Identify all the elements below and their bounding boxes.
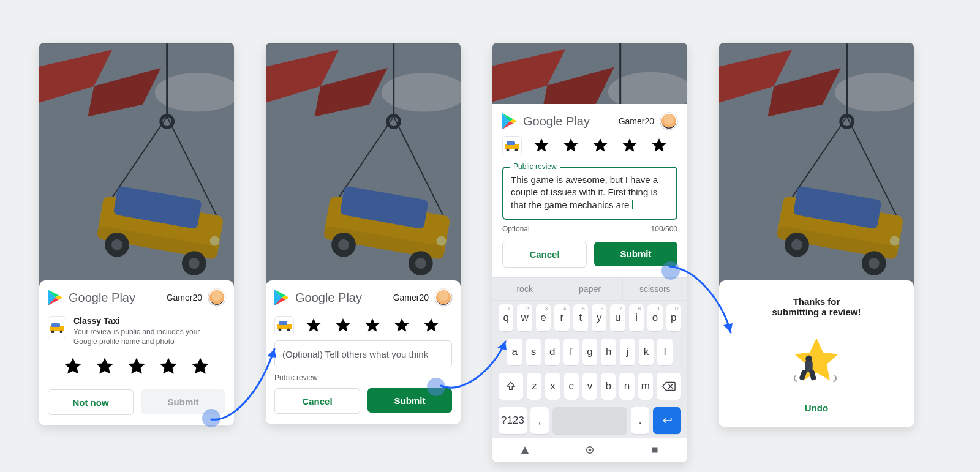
username: Gamer20 <box>167 293 202 302</box>
rating-stars <box>39 349 234 383</box>
key-n[interactable]: n <box>619 373 634 400</box>
google-play-wordmark: Google Play <box>295 291 362 305</box>
period-key[interactable]: . <box>631 407 649 434</box>
nav-back-icon[interactable] <box>519 444 530 455</box>
star-4[interactable] <box>158 356 179 377</box>
game-background <box>39 43 234 288</box>
key-s[interactable]: s <box>526 339 541 365</box>
key-t[interactable]: t5 <box>573 304 588 331</box>
submit-button[interactable]: Submit <box>368 388 452 413</box>
star-5[interactable] <box>423 317 440 334</box>
comma-key[interactable]: , <box>530 407 549 434</box>
star-3[interactable] <box>364 317 381 334</box>
review-disclaimer: Your review is public and includes your … <box>74 327 225 347</box>
char-counter: 100/500 <box>651 225 677 233</box>
star-4[interactable] <box>393 317 410 334</box>
svg-rect-32 <box>652 447 658 452</box>
game-background <box>719 43 914 288</box>
avatar[interactable] <box>435 289 452 306</box>
key-b[interactable]: b <box>601 373 616 400</box>
shift-key[interactable] <box>499 373 523 400</box>
key-row-4: ?123 , . <box>492 403 687 438</box>
star-2[interactable] <box>94 356 115 377</box>
screen-2-write-review: Google Play Gamer20 (Optional) T <box>266 43 461 424</box>
star-5[interactable] <box>650 137 668 154</box>
symbols-key[interactable]: ?123 <box>499 407 527 434</box>
google-play-icon <box>48 290 62 305</box>
screen-3-typing-review: Google Play Gamer20 Public revie <box>492 43 687 462</box>
submit-button: Submit <box>141 389 225 414</box>
sheet-header: Google Play Gamer20 <box>39 280 234 312</box>
star-1[interactable] <box>62 356 83 377</box>
key-q[interactable]: q1 <box>499 304 513 331</box>
key-m[interactable]: m <box>638 373 653 400</box>
cancel-button[interactable]: Cancel <box>502 242 587 268</box>
key-p[interactable]: p0 <box>666 304 681 331</box>
key-a[interactable]: a <box>507 339 522 365</box>
rating-stars <box>305 317 440 334</box>
star-2[interactable] <box>334 317 352 334</box>
key-c[interactable]: c <box>564 373 579 400</box>
google-play-wordmark: Google Play <box>69 291 135 305</box>
star-5[interactable] <box>190 356 211 377</box>
undo-button[interactable]: Undo <box>719 394 914 427</box>
username: Gamer20 <box>393 293 429 302</box>
key-j[interactable]: j <box>620 339 635 365</box>
key-u[interactable]: u7 <box>610 304 625 331</box>
star-3[interactable] <box>126 356 147 377</box>
key-h[interactable]: h <box>601 339 616 365</box>
rating-stars <box>533 137 668 154</box>
star-2[interactable] <box>562 137 579 154</box>
key-y[interactable]: y6 <box>592 304 606 331</box>
screen-1-initial-prompt: Google Play Gamer20 Classy Taxi Your rev… <box>39 43 234 425</box>
game-background <box>492 43 687 104</box>
space-key[interactable] <box>552 407 627 434</box>
key-e[interactable]: e3 <box>536 304 551 331</box>
enter-key[interactable] <box>653 407 681 434</box>
star-3[interactable] <box>592 137 609 154</box>
app-name: Classy Taxi <box>74 316 225 326</box>
google-play-wordmark: Google Play <box>523 114 590 129</box>
submit-button[interactable]: Submit <box>594 242 677 266</box>
key-l[interactable]: l <box>657 339 673 365</box>
rating-stars-row <box>502 130 677 159</box>
star-1[interactable] <box>305 317 322 334</box>
suggestion-2[interactable]: paper <box>557 278 622 300</box>
helper-optional: Optional <box>502 225 530 233</box>
key-x[interactable]: x <box>545 373 560 400</box>
review-input[interactable]: (Optional) Tell others what you think <box>274 340 452 367</box>
key-g[interactable]: g <box>582 339 598 365</box>
review-textarea[interactable]: Public review This game is awesome, but … <box>502 167 677 220</box>
key-d[interactable]: d <box>545 339 560 365</box>
review-text: This game is awesome, but I have a coupl… <box>511 174 658 210</box>
google-play-icon <box>274 290 289 305</box>
key-k[interactable]: k <box>639 339 654 365</box>
nav-home-icon[interactable] <box>584 444 595 455</box>
app-icon <box>502 136 522 155</box>
key-z[interactable]: z <box>527 373 541 400</box>
suggestion-1[interactable]: rock <box>492 278 557 300</box>
thanks-line-1: Thanks for <box>719 296 914 307</box>
key-v[interactable]: v <box>582 373 597 400</box>
backspace-key[interactable] <box>657 373 681 400</box>
star-4[interactable] <box>621 137 638 154</box>
thanks-line-2: submitting a review! <box>719 307 914 317</box>
keyboard-suggestions: rock paper scissors <box>492 278 687 301</box>
key-row-1: q1w2e3r4t5y6u7i8o9p0 <box>492 301 687 335</box>
key-o[interactable]: o9 <box>647 304 662 331</box>
cancel-button[interactable]: Cancel <box>274 388 360 414</box>
avatar[interactable] <box>660 113 677 130</box>
backspace-icon <box>662 381 676 391</box>
nav-recents-icon[interactable] <box>649 444 660 455</box>
not-now-button[interactable]: Not now <box>48 389 134 415</box>
avatar[interactable] <box>208 289 225 306</box>
key-row-2: asdfghjkl <box>492 335 687 369</box>
star-1[interactable] <box>533 137 550 154</box>
game-background <box>266 43 461 288</box>
key-i[interactable]: i8 <box>629 304 644 331</box>
suggestion-3[interactable]: scissors <box>622 278 687 300</box>
key-w[interactable]: w2 <box>517 304 532 331</box>
key-r[interactable]: r4 <box>554 304 569 331</box>
key-f[interactable]: f <box>564 339 579 365</box>
soft-keyboard: rock paper scissors q1w2e3r4t5y6u7i8o9p0… <box>492 277 687 462</box>
